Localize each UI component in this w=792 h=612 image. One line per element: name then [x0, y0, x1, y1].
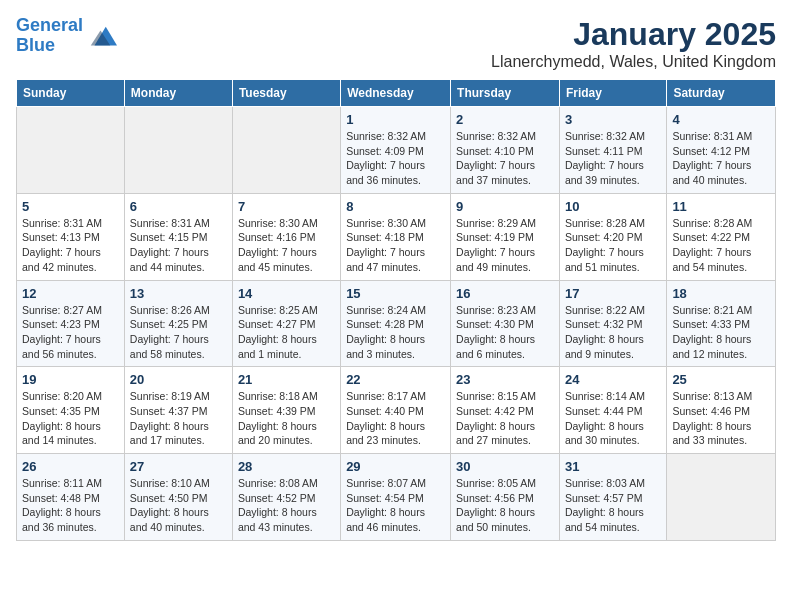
day-info: Sunrise: 8:31 AM Sunset: 4:12 PM Dayligh…: [672, 129, 770, 188]
day-info: Sunrise: 8:31 AM Sunset: 4:15 PM Dayligh…: [130, 216, 227, 275]
calendar-cell: [17, 107, 125, 194]
page-header: General Blue January 2025 Llanerchymedd,…: [16, 16, 776, 71]
calendar-cell: 23Sunrise: 8:15 AM Sunset: 4:42 PM Dayli…: [451, 367, 560, 454]
calendar-cell: 7Sunrise: 8:30 AM Sunset: 4:16 PM Daylig…: [232, 193, 340, 280]
day-number: 9: [456, 199, 554, 214]
calendar-cell: 12Sunrise: 8:27 AM Sunset: 4:23 PM Dayli…: [17, 280, 125, 367]
day-info: Sunrise: 8:24 AM Sunset: 4:28 PM Dayligh…: [346, 303, 445, 362]
day-number: 28: [238, 459, 335, 474]
calendar-cell: 1Sunrise: 8:32 AM Sunset: 4:09 PM Daylig…: [341, 107, 451, 194]
day-number: 7: [238, 199, 335, 214]
day-number: 16: [456, 286, 554, 301]
logo-icon: [87, 21, 117, 51]
day-info: Sunrise: 8:26 AM Sunset: 4:25 PM Dayligh…: [130, 303, 227, 362]
day-number: 20: [130, 372, 227, 387]
col-header-monday: Monday: [124, 80, 232, 107]
calendar-cell: 31Sunrise: 8:03 AM Sunset: 4:57 PM Dayli…: [559, 454, 666, 541]
day-info: Sunrise: 8:32 AM Sunset: 4:10 PM Dayligh…: [456, 129, 554, 188]
day-info: Sunrise: 8:10 AM Sunset: 4:50 PM Dayligh…: [130, 476, 227, 535]
day-number: 11: [672, 199, 770, 214]
day-number: 22: [346, 372, 445, 387]
day-number: 12: [22, 286, 119, 301]
day-info: Sunrise: 8:28 AM Sunset: 4:20 PM Dayligh…: [565, 216, 661, 275]
calendar-cell: 26Sunrise: 8:11 AM Sunset: 4:48 PM Dayli…: [17, 454, 125, 541]
main-title: January 2025: [491, 16, 776, 53]
day-info: Sunrise: 8:08 AM Sunset: 4:52 PM Dayligh…: [238, 476, 335, 535]
calendar-cell: 19Sunrise: 8:20 AM Sunset: 4:35 PM Dayli…: [17, 367, 125, 454]
day-number: 4: [672, 112, 770, 127]
day-info: Sunrise: 8:20 AM Sunset: 4:35 PM Dayligh…: [22, 389, 119, 448]
logo-text: General Blue: [16, 16, 83, 56]
day-info: Sunrise: 8:05 AM Sunset: 4:56 PM Dayligh…: [456, 476, 554, 535]
logo: General Blue: [16, 16, 117, 56]
day-number: 27: [130, 459, 227, 474]
calendar-cell: 2Sunrise: 8:32 AM Sunset: 4:10 PM Daylig…: [451, 107, 560, 194]
calendar-cell: [232, 107, 340, 194]
calendar-cell: 17Sunrise: 8:22 AM Sunset: 4:32 PM Dayli…: [559, 280, 666, 367]
calendar-cell: 8Sunrise: 8:30 AM Sunset: 4:18 PM Daylig…: [341, 193, 451, 280]
day-info: Sunrise: 8:22 AM Sunset: 4:32 PM Dayligh…: [565, 303, 661, 362]
day-info: Sunrise: 8:11 AM Sunset: 4:48 PM Dayligh…: [22, 476, 119, 535]
day-info: Sunrise: 8:18 AM Sunset: 4:39 PM Dayligh…: [238, 389, 335, 448]
day-number: 29: [346, 459, 445, 474]
day-number: 13: [130, 286, 227, 301]
day-number: 18: [672, 286, 770, 301]
day-info: Sunrise: 8:25 AM Sunset: 4:27 PM Dayligh…: [238, 303, 335, 362]
calendar-cell: 13Sunrise: 8:26 AM Sunset: 4:25 PM Dayli…: [124, 280, 232, 367]
title-block: January 2025 Llanerchymedd, Wales, Unite…: [491, 16, 776, 71]
day-info: Sunrise: 8:15 AM Sunset: 4:42 PM Dayligh…: [456, 389, 554, 448]
day-info: Sunrise: 8:13 AM Sunset: 4:46 PM Dayligh…: [672, 389, 770, 448]
calendar-cell: 27Sunrise: 8:10 AM Sunset: 4:50 PM Dayli…: [124, 454, 232, 541]
calendar-cell: 11Sunrise: 8:28 AM Sunset: 4:22 PM Dayli…: [667, 193, 776, 280]
day-number: 15: [346, 286, 445, 301]
day-info: Sunrise: 8:07 AM Sunset: 4:54 PM Dayligh…: [346, 476, 445, 535]
day-info: Sunrise: 8:23 AM Sunset: 4:30 PM Dayligh…: [456, 303, 554, 362]
day-number: 24: [565, 372, 661, 387]
day-number: 6: [130, 199, 227, 214]
calendar-cell: 25Sunrise: 8:13 AM Sunset: 4:46 PM Dayli…: [667, 367, 776, 454]
calendar-cell: 9Sunrise: 8:29 AM Sunset: 4:19 PM Daylig…: [451, 193, 560, 280]
day-number: 14: [238, 286, 335, 301]
calendar-cell: 29Sunrise: 8:07 AM Sunset: 4:54 PM Dayli…: [341, 454, 451, 541]
col-header-friday: Friday: [559, 80, 666, 107]
calendar-cell: 16Sunrise: 8:23 AM Sunset: 4:30 PM Dayli…: [451, 280, 560, 367]
calendar-cell: 24Sunrise: 8:14 AM Sunset: 4:44 PM Dayli…: [559, 367, 666, 454]
day-number: 17: [565, 286, 661, 301]
col-header-saturday: Saturday: [667, 80, 776, 107]
calendar-cell: [124, 107, 232, 194]
day-number: 26: [22, 459, 119, 474]
col-header-wednesday: Wednesday: [341, 80, 451, 107]
calendar-cell: 3Sunrise: 8:32 AM Sunset: 4:11 PM Daylig…: [559, 107, 666, 194]
day-info: Sunrise: 8:30 AM Sunset: 4:16 PM Dayligh…: [238, 216, 335, 275]
col-header-sunday: Sunday: [17, 80, 125, 107]
col-header-thursday: Thursday: [451, 80, 560, 107]
day-info: Sunrise: 8:14 AM Sunset: 4:44 PM Dayligh…: [565, 389, 661, 448]
day-number: 23: [456, 372, 554, 387]
calendar-table: SundayMondayTuesdayWednesdayThursdayFrid…: [16, 79, 776, 541]
day-number: 25: [672, 372, 770, 387]
day-info: Sunrise: 8:31 AM Sunset: 4:13 PM Dayligh…: [22, 216, 119, 275]
calendar-cell: 4Sunrise: 8:31 AM Sunset: 4:12 PM Daylig…: [667, 107, 776, 194]
calendar-cell: [667, 454, 776, 541]
day-number: 31: [565, 459, 661, 474]
calendar-cell: 22Sunrise: 8:17 AM Sunset: 4:40 PM Dayli…: [341, 367, 451, 454]
calendar-cell: 5Sunrise: 8:31 AM Sunset: 4:13 PM Daylig…: [17, 193, 125, 280]
calendar-cell: 10Sunrise: 8:28 AM Sunset: 4:20 PM Dayli…: [559, 193, 666, 280]
day-info: Sunrise: 8:28 AM Sunset: 4:22 PM Dayligh…: [672, 216, 770, 275]
day-number: 30: [456, 459, 554, 474]
calendar-cell: 18Sunrise: 8:21 AM Sunset: 4:33 PM Dayli…: [667, 280, 776, 367]
calendar-cell: 14Sunrise: 8:25 AM Sunset: 4:27 PM Dayli…: [232, 280, 340, 367]
day-info: Sunrise: 8:32 AM Sunset: 4:09 PM Dayligh…: [346, 129, 445, 188]
day-info: Sunrise: 8:27 AM Sunset: 4:23 PM Dayligh…: [22, 303, 119, 362]
day-number: 2: [456, 112, 554, 127]
subtitle: Llanerchymedd, Wales, United Kingdom: [491, 53, 776, 71]
day-number: 1: [346, 112, 445, 127]
day-info: Sunrise: 8:30 AM Sunset: 4:18 PM Dayligh…: [346, 216, 445, 275]
day-info: Sunrise: 8:29 AM Sunset: 4:19 PM Dayligh…: [456, 216, 554, 275]
day-number: 3: [565, 112, 661, 127]
day-info: Sunrise: 8:32 AM Sunset: 4:11 PM Dayligh…: [565, 129, 661, 188]
day-info: Sunrise: 8:17 AM Sunset: 4:40 PM Dayligh…: [346, 389, 445, 448]
calendar-cell: 6Sunrise: 8:31 AM Sunset: 4:15 PM Daylig…: [124, 193, 232, 280]
calendar-cell: 20Sunrise: 8:19 AM Sunset: 4:37 PM Dayli…: [124, 367, 232, 454]
col-header-tuesday: Tuesday: [232, 80, 340, 107]
